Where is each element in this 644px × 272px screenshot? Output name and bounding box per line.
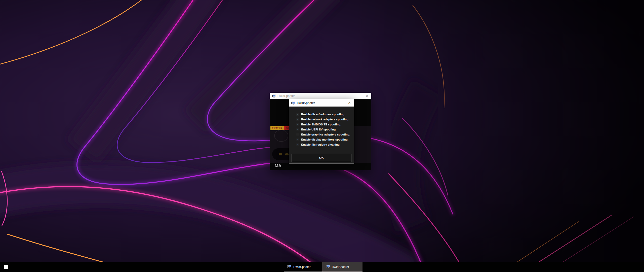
start-button[interactable] <box>0 262 12 272</box>
dialog-close-icon[interactable]: ✕ <box>345 99 354 107</box>
desktop: HwidSpoofer ✕ TESTER DEVEL MA MEET 164 K… <box>0 0 644 272</box>
checkbox[interactable] <box>296 133 299 136</box>
checkbox-label: Enable disks/volumes spoofing. <box>301 113 345 116</box>
ad-cat-eye <box>279 153 282 155</box>
checkbox-label: Enable UEFI EV spoofing. <box>301 128 337 131</box>
ad-cat-eye <box>285 153 289 155</box>
checkbox[interactable]: ✓ <box>296 113 299 116</box>
main-window-close-icon[interactable]: ✕ <box>363 93 371 99</box>
main-window-title: HwidSpoofer <box>277 94 295 98</box>
taskbar-button-label: HwidSpoofer <box>293 265 311 269</box>
checkbox[interactable]: ✓ <box>296 128 299 131</box>
partial-headline-text: MA <box>275 163 281 168</box>
taskbar-button-hwidspoofer-active[interactable]: HwidSpoofer <box>322 262 363 272</box>
tester-badge: TESTER <box>270 126 284 130</box>
spoofer-options-dialog: HwidSpoofer ✕ ✓ Enable disks/volumes spo… <box>289 99 354 164</box>
ad-balloon-shape <box>274 130 288 142</box>
taskbar: HwidSpoofer HwidSpoofer <box>0 262 644 272</box>
checkbox-option-registry[interactable]: ✓ Enable file/registry cleaning. <box>296 142 340 147</box>
checkbox-option-uefi[interactable]: ✓ Enable UEFI EV spoofing. <box>296 127 337 132</box>
checkbox-option-network[interactable]: ✓ Enable network adapters spoofing. <box>296 117 349 122</box>
checkbox-option-monitors[interactable]: ✓ Enable display monitors spoofing. <box>296 137 348 142</box>
ad-balloon-line <box>281 141 281 148</box>
checkbox-option-graphics[interactable]: Enable graphics adapters spoofing. <box>296 132 350 137</box>
checkbox-label: Enable graphics adapters spoofing. <box>301 133 350 136</box>
checkbox-label: Enable display monitors spoofing. <box>301 138 348 141</box>
taskbar-button-label: HwidSpoofer <box>332 265 349 269</box>
main-window-titlebar[interactable]: HwidSpoofer ✕ <box>270 93 371 99</box>
checkbox[interactable]: ✓ <box>296 143 299 146</box>
app-icon <box>272 94 276 98</box>
app-icon <box>287 265 291 269</box>
checkbox-label: Enable file/registry cleaning. <box>301 143 340 146</box>
dialog-title: HwidSpoofer <box>297 101 315 105</box>
checkbox[interactable]: ✓ <box>296 138 299 141</box>
checkbox[interactable]: ✓ <box>296 123 299 126</box>
checkbox-label: Enable SMBIOS TE spoofing. <box>301 123 341 126</box>
checkbox-option-smbios[interactable]: ✓ Enable SMBIOS TE spoofing. <box>296 122 341 127</box>
ok-button[interactable]: OK <box>292 154 351 162</box>
dialog-titlebar[interactable]: HwidSpoofer ✕ <box>289 99 354 107</box>
checkbox-option-disks[interactable]: ✓ Enable disks/volumes spoofing. <box>296 112 345 117</box>
app-icon <box>326 265 330 269</box>
app-icon <box>291 101 295 105</box>
checkbox-label: Enable network adapters spoofing. <box>301 118 349 121</box>
checkbox[interactable]: ✓ <box>296 118 299 121</box>
taskbar-button-hwidspoofer[interactable]: HwidSpoofer <box>284 262 322 272</box>
windows-logo-icon <box>4 265 8 269</box>
